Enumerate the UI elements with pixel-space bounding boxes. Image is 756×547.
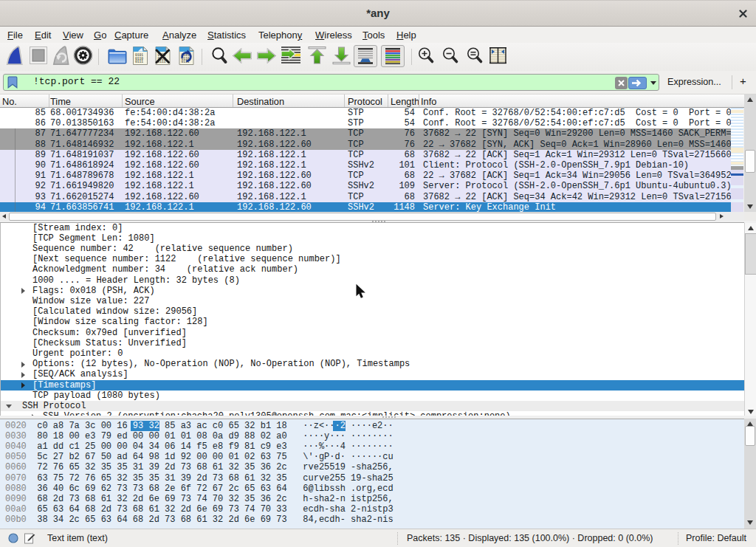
svg-text:0111: 0111 [135, 60, 143, 63]
